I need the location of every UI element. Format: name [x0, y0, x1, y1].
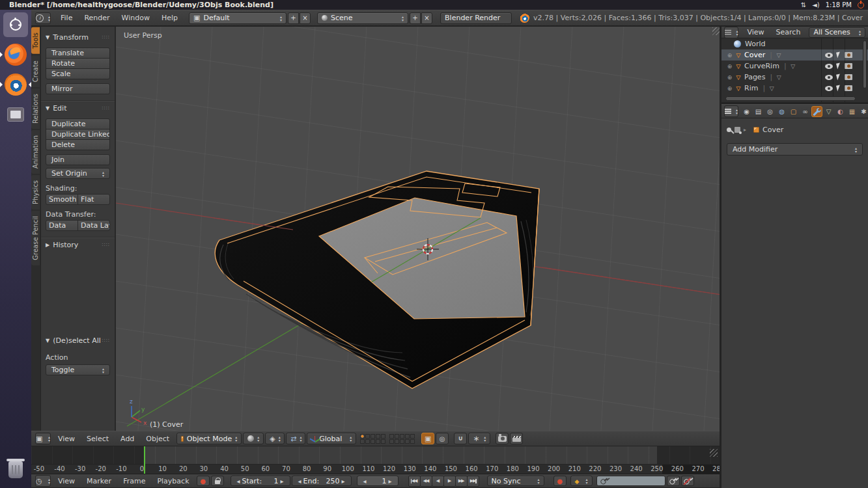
start-frame-field[interactable]: ◂Start: 1▸: [231, 476, 290, 486]
renderability-toggle[interactable]: [845, 85, 852, 91]
editor-type-properties[interactable]: [724, 105, 738, 117]
expand-icon[interactable]: ⊕: [725, 63, 734, 70]
viewport-menu-add[interactable]: Add: [115, 434, 140, 444]
power-icon[interactable]: [858, 2, 864, 8]
object-name[interactable]: Rim: [744, 84, 758, 92]
object-context-icon[interactable]: [735, 127, 740, 133]
outliner-item-curverim[interactable]: ⊕▽CurveRim|▽: [721, 61, 868, 72]
translate-button[interactable]: Translate: [46, 47, 110, 59]
add-scene-button[interactable]: +: [410, 12, 421, 24]
layer-cell[interactable]: [371, 434, 375, 439]
jump-to-end-button[interactable]: ▶▶: [467, 476, 479, 487]
layer-cell[interactable]: [376, 439, 380, 444]
outliner-item-rim[interactable]: ⊕▽Rim|▽: [721, 83, 868, 94]
shelf-tab-tools[interactable]: Tools: [31, 27, 40, 54]
mode-selector[interactable]: Object Mode: [176, 433, 242, 444]
auto-keyframe-toggle[interactable]: [553, 476, 567, 486]
layer-cell[interactable]: [405, 439, 410, 444]
launcher-item-firefox[interactable]: [0, 40, 31, 70]
set-origin-dropdown[interactable]: Set Origin: [46, 168, 110, 179]
outliner-menu-search[interactable]: Search: [770, 27, 807, 37]
next-keyframe-button[interactable]: ▶▶: [455, 476, 468, 487]
panel-header-history[interactable]: History: [46, 240, 110, 250]
snap-element-selector[interactable]: [468, 433, 490, 444]
viewport-3d[interactable]: x y z User Persp (1) Cover: [116, 26, 721, 431]
remove-scene-button[interactable]: ×: [421, 12, 432, 24]
selectability-toggle[interactable]: [836, 85, 841, 91]
layer-cell[interactable]: [395, 434, 399, 439]
opengl-render-anim-button[interactable]: [510, 433, 523, 444]
shelf-tab-relations[interactable]: Relations: [31, 88, 40, 129]
panel-header-transform[interactable]: Transform: [46, 33, 110, 42]
viewport-menu-view[interactable]: View: [52, 434, 81, 444]
area-divider[interactable]: [720, 26, 721, 488]
viewport-menu-select[interactable]: Select: [81, 434, 115, 444]
viewport-canvas[interactable]: x y z User Persp (1) Cover: [116, 26, 721, 431]
properties-tab-scene[interactable]: ◎: [764, 106, 776, 117]
info-menu-render[interactable]: Render: [78, 13, 115, 23]
shade-flat-button[interactable]: Flat: [77, 194, 110, 205]
shelf-tab-create[interactable]: Create: [31, 55, 40, 87]
panel-grip-icon[interactable]: [102, 242, 110, 248]
layer-grid-2[interactable]: [389, 434, 415, 444]
play-button[interactable]: ▶: [443, 476, 456, 487]
properties-tab-render-layers[interactable]: ▤: [753, 106, 764, 117]
network-icon[interactable]: ⇅: [801, 1, 806, 8]
properties-tab-particles[interactable]: ✱: [858, 106, 868, 117]
volume-icon[interactable]: ◄): [812, 1, 820, 8]
properties-tab-object[interactable]: ▢: [788, 106, 799, 117]
sync-mode-selector[interactable]: No Sync: [487, 476, 544, 486]
outliner-item-cover[interactable]: ⊕▽Cover|▽: [721, 49, 868, 61]
transform-orientation-selector[interactable]: Global: [307, 433, 356, 444]
object-name[interactable]: Cover: [744, 51, 765, 59]
outliner-item-world[interactable]: World: [721, 38, 868, 49]
duplicate-linked-button[interactable]: Duplicate Linked: [46, 129, 110, 140]
panel-grip-icon[interactable]: [102, 338, 110, 344]
outliner-menu-view[interactable]: View: [741, 27, 770, 37]
layer-cell[interactable]: [365, 439, 370, 444]
render-engine-selector[interactable]: Blender Render: [440, 12, 512, 24]
rotate-button[interactable]: Rotate: [46, 58, 110, 69]
current-frame-indicator[interactable]: [144, 446, 145, 474]
properties-tab-render[interactable]: ◉: [741, 106, 752, 117]
active-keying-set-field[interactable]: [596, 476, 665, 486]
editor-type-timeline[interactable]: [35, 475, 51, 487]
info-menu-help[interactable]: Help: [156, 13, 184, 23]
visibility-toggle[interactable]: [825, 53, 833, 58]
snap-toggle[interactable]: [454, 433, 467, 444]
launcher-item-ubuntu[interactable]: [0, 10, 31, 40]
properties-tab-object-data[interactable]: ▽: [823, 106, 834, 117]
properties-tab-constraints[interactable]: ∞: [800, 106, 811, 117]
layer-cell[interactable]: [400, 439, 404, 444]
insert-keyframe-button[interactable]: [667, 476, 680, 486]
jump-to-start-button[interactable]: ◀◀: [408, 476, 421, 487]
book-mesh-cover[interactable]: [215, 171, 539, 388]
layer-cell[interactable]: [381, 434, 385, 439]
scene-selector[interactable]: Scene: [317, 12, 408, 24]
layer-cell[interactable]: [360, 434, 365, 439]
layer-grid-1[interactable]: [360, 434, 385, 444]
visibility-toggle[interactable]: [825, 86, 833, 91]
screen-layout-selector[interactable]: Default: [189, 12, 287, 24]
delete-keyframe-button[interactable]: [681, 476, 694, 486]
resize-grip[interactable]: [710, 449, 718, 457]
timeline-menu-view[interactable]: View: [52, 476, 81, 486]
layer-cell[interactable]: [389, 439, 394, 444]
properties-tab-material[interactable]: ◐: [835, 106, 846, 117]
expand-icon[interactable]: ⊕: [725, 74, 734, 81]
record-keying-button[interactable]: [197, 476, 210, 486]
play-reverse-button[interactable]: ◀: [432, 476, 444, 487]
add-layout-button[interactable]: +: [288, 12, 299, 24]
area-divider[interactable]: [721, 102, 868, 104]
info-menu-file[interactable]: File: [55, 13, 78, 23]
data-transfer-data-button[interactable]: Data: [46, 220, 78, 231]
scale-button[interactable]: Scale: [46, 68, 110, 79]
object-name[interactable]: Pages: [744, 73, 765, 81]
renderability-toggle[interactable]: [845, 74, 852, 80]
viewport-shading-selector[interactable]: [243, 433, 264, 444]
shelf-tab-grease-pencil[interactable]: Grease Pencil: [31, 211, 40, 265]
shade-smooth-button[interactable]: Smooth: [46, 194, 78, 205]
visibility-toggle[interactable]: [825, 64, 833, 69]
layer-cell[interactable]: [365, 434, 370, 439]
remove-layout-button[interactable]: ×: [300, 12, 311, 24]
